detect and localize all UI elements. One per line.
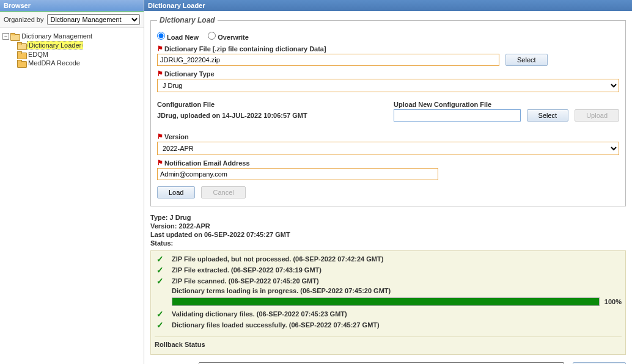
tree-root-label: Dictionary Management bbox=[20, 32, 94, 40]
dictionary-type-label: Dictionary Type bbox=[164, 70, 215, 78]
tree-root[interactable]: − Dictionary Management bbox=[2, 32, 141, 40]
config-file-label: Configuration File bbox=[157, 101, 215, 108]
radio-overwrite[interactable]: Overwrite bbox=[208, 34, 249, 41]
radio-overwrite-input[interactable] bbox=[208, 32, 216, 40]
folder-icon bbox=[17, 51, 26, 58]
dictionary-load-fieldset: Dictionary Load Load New Overwrite ⚑ Dic… bbox=[150, 16, 626, 206]
required-icon: ⚑ bbox=[157, 133, 163, 140]
required-icon: ⚑ bbox=[157, 45, 163, 53]
upload-config-input[interactable] bbox=[394, 109, 521, 122]
folder-open-icon bbox=[17, 42, 26, 49]
radio-load-new-input[interactable] bbox=[157, 32, 165, 40]
load-button[interactable]: Load bbox=[157, 186, 195, 198]
select-config-button[interactable]: Select bbox=[527, 109, 569, 122]
status-item: ✓ ZIP File scanned. (06-SEP-2022 07:45:2… bbox=[155, 275, 622, 286]
tree-item-meddra-recode[interactable]: MedDRA Recode bbox=[2, 59, 141, 67]
browser-panel-header: Browser bbox=[0, 0, 144, 12]
cancel-button: Cancel bbox=[201, 186, 245, 198]
progress-bar bbox=[172, 297, 600, 306]
loader-panel-header: Dictionary Loader bbox=[144, 0, 632, 11]
status-item: Dictionary terms loading is in progress.… bbox=[155, 286, 622, 295]
status-item: ✓ ZIP File uploaded, but not processed. … bbox=[155, 253, 622, 264]
dictionary-file-input[interactable] bbox=[157, 54, 499, 66]
status-box: ✓ ZIP File uploaded, but not processed. … bbox=[150, 250, 626, 355]
select-file-button[interactable]: Select bbox=[505, 54, 548, 66]
status-item: ✓ Dictionary files loaded successfully. … bbox=[155, 319, 622, 330]
check-icon: ✓ bbox=[155, 309, 166, 319]
required-icon: ⚑ bbox=[157, 70, 163, 78]
tree-item-dictionary-loader[interactable]: Dictionary Loader bbox=[2, 40, 141, 50]
status-item: ✓ Validating dictionary files. (06-SEP-2… bbox=[155, 308, 622, 319]
dictionary-file-label: Dictionary File [.zip file containing di… bbox=[164, 45, 326, 53]
check-icon: ✓ bbox=[155, 254, 166, 264]
required-icon: ⚑ bbox=[157, 159, 163, 167]
status-item: ✓ ZIP File extracted. (06-SEP-2022 07:43… bbox=[155, 264, 622, 275]
upload-button: Upload bbox=[575, 109, 619, 122]
status-updated: Last updated on 06-SEP-2022 07:45:27 GMT bbox=[150, 231, 626, 238]
progress-fill bbox=[172, 298, 599, 305]
config-file-value: JDrug, uploaded on 14-JUL-2022 10:06:57 … bbox=[157, 112, 383, 119]
rollback-status-label: Rollback Status bbox=[155, 337, 622, 348]
check-icon: ✓ bbox=[155, 276, 166, 286]
email-label: Notification Email Address bbox=[164, 159, 250, 167]
progress-percent-label: 100% bbox=[604, 298, 622, 305]
folder-icon bbox=[17, 60, 26, 67]
organized-by-label: Organized by bbox=[4, 16, 43, 23]
version-select[interactable]: 2022-APR bbox=[157, 142, 619, 155]
version-label: Version bbox=[164, 133, 189, 140]
check-icon: ✓ bbox=[155, 265, 166, 275]
radio-load-new[interactable]: Load New bbox=[157, 34, 200, 41]
fieldset-legend: Dictionary Load bbox=[157, 16, 218, 24]
dictionary-type-select[interactable]: J Drug bbox=[157, 79, 619, 92]
status-label: Status: bbox=[150, 239, 626, 247]
tree-item-edqm[interactable]: EDQM bbox=[2, 50, 141, 59]
status-version: Version: 2022-APR bbox=[150, 222, 626, 230]
status-type: Type: J Drug bbox=[150, 214, 626, 221]
email-input[interactable] bbox=[157, 168, 438, 180]
upload-config-label: Upload New Configuration File bbox=[394, 101, 491, 108]
collapse-icon[interactable]: − bbox=[2, 33, 9, 40]
organized-by-select[interactable]: Dictionary Management bbox=[47, 14, 140, 25]
tree: − Dictionary Management Dictionary Loade… bbox=[0, 28, 144, 71]
check-icon: ✓ bbox=[155, 320, 166, 330]
folder-open-icon bbox=[10, 33, 19, 40]
